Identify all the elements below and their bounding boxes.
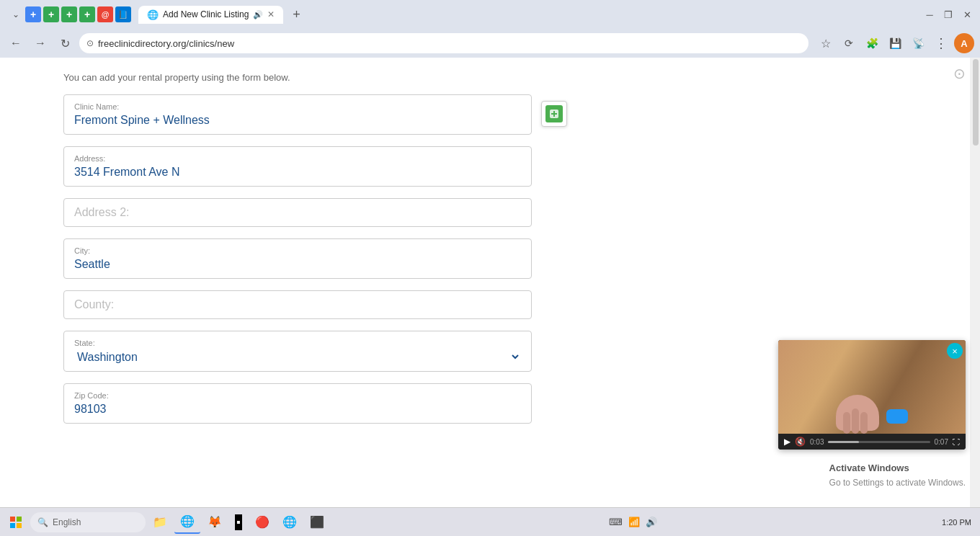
ad-current-time: 0:03: [810, 438, 824, 446]
back-button[interactable]: ←: [6, 33, 26, 53]
tab-outlook[interactable]: 📘: [115, 6, 131, 22]
systray-keyboard[interactable]: ⌨: [607, 515, 624, 529]
activate-windows-title: Activate Windows: [829, 461, 966, 476]
ad-progress-fill: [828, 441, 858, 443]
state-label: State:: [74, 339, 521, 347]
chrome-window: ⌄ + + + + @ 📘 🌐 Add New Clinic Listing: [0, 0, 980, 536]
active-tab-title: Add New Clinic Listing: [163, 9, 249, 19]
address-bar: ← → ↻ ⊙ freeclinicdirectory.org/clinics/…: [0, 29, 980, 58]
maximize-button[interactable]: ❐: [941, 7, 956, 22]
compass-icon: ⊙: [953, 65, 966, 82]
ad-mute-button[interactable]: 🔇: [795, 437, 806, 447]
profile-avatar[interactable]: A: [954, 33, 974, 53]
taskbar: 🔍 English 📁 🌐 🦊 ▪ 🔴 🌐 ⬛ ⌨ 📶 🔊: [0, 507, 980, 536]
search-icon: 🔍: [37, 517, 48, 527]
extensions-icon[interactable]: 🧩: [862, 33, 882, 53]
ad-fullscreen-button[interactable]: ⛶: [953, 438, 960, 446]
taskbar-app-3[interactable]: 🦊: [202, 511, 228, 534]
tab-new-tab-3[interactable]: +: [61, 6, 77, 22]
hint-text: You can add your rental property using t…: [63, 72, 912, 83]
county-placeholder: County:: [74, 298, 114, 311]
ad-image: [778, 340, 966, 434]
state-field[interactable]: State: AlabamaAlaskaArizonaArkansasCalif…: [63, 331, 532, 372]
bookmark-star-icon[interactable]: ☆: [816, 33, 836, 53]
ad-close-button[interactable]: ×: [947, 343, 963, 359]
minimize-button[interactable]: ─: [922, 7, 937, 22]
taskbar-browser[interactable]: 🌐: [174, 511, 200, 534]
profile-sync-icon[interactable]: ⟳: [839, 33, 859, 53]
zip-field[interactable]: Zip Code: 98103: [63, 383, 532, 424]
tab-close-btn[interactable]: ✕: [267, 9, 275, 19]
search-label: English: [53, 517, 81, 527]
reload-button[interactable]: ↻: [55, 33, 75, 53]
ad-play-button[interactable]: ▶: [784, 437, 790, 447]
zip-label: Zip Code:: [74, 391, 521, 400]
scrollbar-thumb[interactable]: [973, 59, 979, 146]
url-bar[interactable]: ⊙ freeclinicdirectory.org/clinics/new: [79, 33, 808, 53]
url-text: freeclinicdirectory.org/clinics/new: [98, 38, 234, 49]
save-page-icon[interactable]: 💾: [885, 33, 905, 53]
taskbar-explorer[interactable]: 📁: [147, 511, 173, 534]
tab-mute-icon[interactable]: 🔊: [253, 10, 263, 19]
search-bar[interactable]: 🔍 English: [30, 512, 146, 532]
clinic-name-value: Fremont Spine + Wellness: [74, 114, 210, 126]
svg-rect-3: [10, 517, 15, 522]
svg-rect-6: [17, 523, 22, 528]
cast-icon[interactable]: 📡: [908, 33, 928, 53]
tab-new-tab-1[interactable]: +: [25, 6, 41, 22]
title-bar: ⌄ + + + + @ 📘 🌐 Add New Clinic Listing: [0, 0, 980, 29]
taskbar-app-7[interactable]: ⬛: [304, 511, 330, 534]
address2-field[interactable]: Address 2:: [63, 198, 532, 227]
zip-value: 98103: [74, 403, 107, 415]
left-margin: [0, 58, 6, 507]
taskbar-clock[interactable]: 1:20 PM: [936, 518, 977, 527]
ad-duration: 0:07: [935, 438, 948, 446]
clinic-name-label: Clinic Name:: [74, 102, 521, 111]
address-label: Address:: [74, 154, 521, 163]
active-tab[interactable]: 🌐 Add New Clinic Listing 🔊 ✕: [138, 6, 283, 24]
tab-favicon: 🌐: [147, 9, 159, 20]
taskbar-app-4[interactable]: ▪: [229, 511, 248, 534]
address-field[interactable]: Address: 3514 Fremont Ave N: [63, 146, 532, 187]
state-select[interactable]: AlabamaAlaskaArizonaArkansasCaliforniaCo…: [74, 350, 521, 364]
ad-controls: ▶ 🔇 0:03 0:07 ⛶: [778, 434, 966, 450]
city-value: Seattle: [74, 258, 110, 270]
ad-progress-bar[interactable]: [828, 441, 930, 443]
county-field[interactable]: County:: [63, 290, 532, 319]
city-label: City:: [74, 246, 521, 255]
page-content: You can add your rental property using t…: [0, 58, 980, 507]
address-value: 3514 Fremont Ave N: [74, 166, 179, 178]
page-scrollbar[interactable]: [970, 58, 980, 507]
svg-rect-5: [10, 523, 15, 528]
taskbar-edge[interactable]: 🌐: [277, 511, 303, 534]
taskbar-systray: ⌨ 📶 🔊: [605, 515, 662, 529]
svg-rect-4: [17, 517, 22, 522]
tab-gmail[interactable]: @: [97, 6, 113, 22]
window-controls: ─ ❐ ✕: [922, 7, 974, 22]
settings-icon[interactable]: ⋮: [931, 33, 951, 53]
close-button[interactable]: ✕: [960, 7, 974, 22]
city-field[interactable]: City: Seattle: [63, 238, 532, 279]
systray-network[interactable]: 📶: [627, 515, 641, 529]
tab-group-chevron[interactable]: ⌄: [9, 7, 23, 22]
systray-volume[interactable]: 🔊: [644, 515, 659, 529]
extension-inner-icon: [545, 105, 563, 122]
taskbar-app-5[interactable]: 🔴: [249, 511, 275, 534]
activate-windows-desc: Go to Settings to activate Windows.: [829, 478, 966, 488]
ad-widget: × ▶ 🔇 0:03: [778, 340, 966, 450]
tab-new-tab-2[interactable]: +: [43, 6, 59, 22]
new-tab-button[interactable]: +: [286, 4, 306, 24]
extension-icon-button[interactable]: [541, 101, 567, 127]
clinic-name-field[interactable]: Clinic Name: Fremont Spine + Wellness: [63, 94, 532, 135]
activate-windows-notice: Activate Windows Go to Settings to activ…: [829, 461, 966, 490]
toolbar-icons: ☆ ⟳ 🧩 💾 📡 ⋮ A: [816, 33, 974, 53]
start-button[interactable]: [3, 509, 29, 535]
address2-placeholder: Address 2:: [74, 206, 129, 218]
tab-new-tab-4[interactable]: +: [79, 6, 95, 22]
forward-button[interactable]: →: [30, 33, 50, 53]
ssl-icon: ⊙: [86, 38, 94, 48]
